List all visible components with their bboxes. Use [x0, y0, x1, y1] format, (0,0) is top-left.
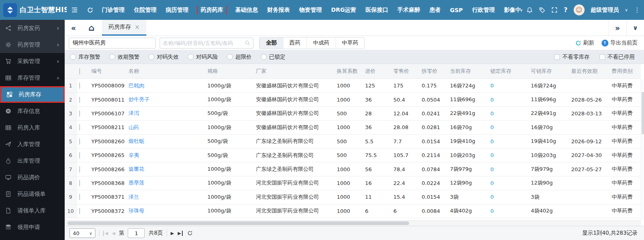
- cell-name-link[interactable]: 墨旱莲: [125, 179, 204, 187]
- chevron-down-icon[interactable]: ∨: [625, 8, 628, 12]
- table-row[interactable]: 10 YP50008372 珍珠母 1000g/袋 河北安国振宇药业有限公司 1…: [65, 204, 641, 218]
- tab-pharmacy-stock[interactable]: 药房库存 ×: [102, 20, 146, 36]
- row-checkbox[interactable]: [79, 208, 80, 214]
- top-menu-item-inpatient[interactable]: 住院管理: [134, 6, 156, 14]
- tabs-expand-icon[interactable]: »: [608, 20, 626, 36]
- tabs-collapse-icon[interactable]: «: [65, 20, 82, 36]
- tag-icon[interactable]: [539, 7, 545, 13]
- sidebar-item-inventory-mgmt[interactable]: 库存管理 ∧: [0, 70, 65, 86]
- top-menu-item-imaging[interactable]: 影像中心: [504, 6, 523, 14]
- table-row[interactable]: 7 YP50008266 旋覆花 1000g/袋 广东绿之圣制药有限公司 100…: [65, 162, 641, 176]
- horizontal-scrollbar-thumb[interactable]: [68, 221, 409, 225]
- row-checkbox[interactable]: [79, 124, 80, 130]
- more-vertical-icon[interactable]: ⋮: [634, 6, 641, 14]
- bell-icon[interactable]: [526, 7, 533, 13]
- radio-option-code-risk[interactable]: 对码风险: [188, 53, 218, 61]
- top-menu-item-gsp[interactable]: GSP: [450, 7, 463, 13]
- reload-icon[interactable]: [187, 230, 193, 236]
- export-page-button[interactable]: ↑ 导出当前页: [602, 39, 638, 47]
- row-checkbox[interactable]: [79, 194, 80, 200]
- page-size-select[interactable]: 40 ∨: [70, 228, 95, 238]
- table-row[interactable]: 8 YP50008368 墨旱莲 1000g/袋 河北安国振宇药业有限公司 10…: [65, 176, 641, 190]
- cell-name-link[interactable]: 巴戟肉: [125, 82, 204, 89]
- table-row[interactable]: 4 YP50008211 山药 1000g/袋 安徽盛林国药饮片有限公司 100…: [65, 121, 641, 134]
- top-menu-item-materials[interactable]: 物资管理: [299, 6, 322, 14]
- sidebar-item-price-adjust[interactable]: 药品调价: [0, 169, 65, 186]
- user-avatar[interactable]: ☺: [574, 4, 585, 15]
- tabs-menu-icon[interactable]: ∨: [626, 20, 644, 36]
- next-page-button[interactable]: ▶: [171, 231, 174, 236]
- sidebar-item-requisition[interactable]: 药品请领单: [0, 186, 65, 202]
- category-tab-herbal[interactable]: 中草药: [336, 38, 365, 49]
- row-checkbox[interactable]: [79, 166, 80, 172]
- top-menu-item-surgery[interactable]: 手术麻醉: [397, 6, 420, 14]
- select-all-checkbox[interactable]: [79, 68, 80, 74]
- radio-option-locked[interactable]: 已锁定: [261, 53, 286, 61]
- cell-name-link[interactable]: 泽兰: [125, 193, 204, 201]
- cell-name-link[interactable]: 炒牛蒡子: [125, 96, 204, 103]
- cell-name-link[interactable]: 泽泻: [125, 110, 204, 117]
- row-checkbox[interactable]: [79, 83, 80, 89]
- top-menu-item-finance-report[interactable]: 财务报表: [267, 6, 290, 14]
- top-menu-item-emr[interactable]: 病历管理: [166, 6, 188, 14]
- table-row[interactable]: 1 YP50008009 巴戟肉 1000g/袋 安徽盛林国药饮片有限公司 10…: [65, 79, 641, 93]
- sidebar-item-requisition-inbound[interactable]: 请领单入库: [0, 202, 65, 219]
- category-tab-all[interactable]: 全部: [260, 38, 283, 49]
- row-checkbox[interactable]: [79, 180, 80, 186]
- category-tab-western[interactable]: 西药: [283, 38, 306, 49]
- vertical-scrollbar-thumb[interactable]: [642, 92, 644, 134]
- last-page-button[interactable]: ▶: [178, 231, 183, 236]
- home-icon[interactable]: ⌂: [82, 20, 100, 36]
- help-icon[interactable]: ?: [564, 6, 567, 14]
- table-row[interactable]: 9 YP50008371 泽兰 1000g/袋 河北安国振宇药业有限公司 100…: [65, 190, 641, 204]
- radio-option-code-invalid[interactable]: 对码失效: [148, 53, 179, 61]
- refresh-icon[interactable]: [87, 7, 93, 13]
- radio-option-stock-warning[interactable]: 库存预警: [70, 53, 100, 61]
- top-menu-item-patient[interactable]: 患者: [429, 6, 441, 14]
- table-row[interactable]: 5 YP50008260 煅牡蛎 500g/袋 广东绿之圣制药有限公司 500 …: [65, 135, 641, 149]
- collapse-menu-icon[interactable]: [71, 6, 78, 13]
- table-row[interactable]: 6 YP50008265 辛夷 500g/袋 广东绿之圣制药有限公司 500 7…: [65, 149, 641, 162]
- top-menu-item-pharmacy-store[interactable]: 药房药库: [197, 6, 227, 15]
- radio-option-over-limit-price[interactable]: 超限价: [227, 53, 252, 61]
- top-menu-item-basic-info[interactable]: 基础信息: [235, 6, 258, 14]
- search-input[interactable]: [163, 40, 243, 46]
- top-menu-item-admin[interactable]: 行政管理: [472, 6, 495, 14]
- search-icon[interactable]: [245, 40, 250, 46]
- fullscreen-icon[interactable]: [551, 7, 557, 13]
- sidebar-item-use-apply[interactable]: 领用申请: [0, 219, 65, 236]
- refresh-button[interactable]: 刷新: [575, 39, 594, 47]
- page-input[interactable]: [128, 228, 145, 238]
- sidebar-item-pharmacy-mgmt[interactable]: 药房管理 ∧: [0, 36, 65, 53]
- top-menu-item-drg[interactable]: DRG运营: [331, 6, 356, 14]
- sidebar-item-pharmacy-inbound[interactable]: 药房入库: [0, 119, 65, 136]
- pharmacy-select[interactable]: 铜州中医药房: [69, 38, 156, 49]
- first-page-button[interactable]: ◀: [103, 231, 108, 236]
- table-row[interactable]: 3 YP50006107 泽泻 500g/袋 安徽盛林国药饮片有限公司 500 …: [65, 107, 641, 121]
- top-menu-item-outpatient[interactable]: 门诊管理: [102, 6, 125, 14]
- table-row[interactable]: 2 YP50008011 炒牛蒡子 1000g/袋 安徽盛林国药饮片有限公司 1…: [65, 93, 641, 106]
- top-menu-item-insurance[interactable]: 医保接口: [365, 6, 388, 14]
- user-name[interactable]: 超级管理员: [591, 6, 619, 14]
- sidebar-item-inbound-mgmt[interactable]: 入库管理: [0, 136, 65, 153]
- checkbox-option-hide-zero-stock[interactable]: 不看零库存: [554, 53, 590, 61]
- sidebar-item-stock-info[interactable]: 库存信息: [0, 103, 65, 119]
- row-checkbox[interactable]: [79, 110, 80, 117]
- prev-page-button[interactable]: ◀: [112, 231, 115, 236]
- sidebar-item-pharmacy-stock[interactable]: 药房库存: [0, 86, 65, 103]
- row-checkbox[interactable]: [79, 138, 80, 144]
- tab-close-icon[interactable]: ×: [135, 23, 140, 31]
- cell-name-link[interactable]: 煅牡蛎: [125, 138, 204, 145]
- row-checkbox[interactable]: [79, 152, 80, 158]
- checkbox-option-hide-disabled[interactable]: 不看已停用: [600, 53, 635, 61]
- sidebar-item-purchase-mgmt[interactable]: 采购管理 ∨: [0, 53, 65, 70]
- sidebar-item-outbound-mgmt[interactable]: 出库管理: [0, 153, 65, 169]
- sidebar-item-dispense[interactable]: 药房发药 ∨: [0, 20, 65, 36]
- radio-option-expiry-warning[interactable]: 效期预警: [109, 53, 139, 61]
- row-checkbox[interactable]: [79, 97, 80, 103]
- category-tab-chinese-patent[interactable]: 中成药: [306, 38, 336, 49]
- cell-name-link[interactable]: 辛夷: [125, 152, 204, 159]
- cell-name-link[interactable]: 珍珠母: [125, 207, 204, 215]
- cell-name-link[interactable]: 旋覆花: [125, 166, 204, 173]
- cell-name-link[interactable]: 山药: [125, 124, 204, 131]
